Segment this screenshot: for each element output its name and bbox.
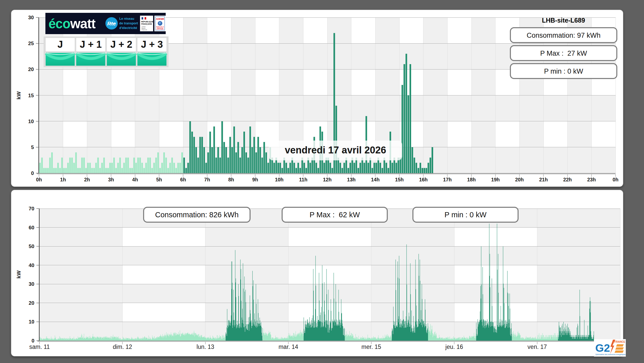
svg-text:Le réseau: Le réseau [119,17,134,21]
svg-text:FRANCE: FRANCE [615,340,625,343]
svg-text:25: 25 [28,41,34,46]
svg-text:17h: 17h [443,177,452,182]
svg-text:P Max : 27 kW: P Max : 27 kW [540,50,587,57]
svg-text:15: 15 [28,93,34,98]
svg-text:19h: 19h [491,177,500,182]
svg-text:Consommation: 826 kWh: Consommation: 826 kWh [155,211,239,219]
svg-text:ADEME: ADEME [156,18,164,20]
svg-text:5: 5 [31,144,34,150]
svg-text:6h: 6h [180,177,186,182]
svg-text:2h: 2h [84,177,90,182]
svg-text:23h: 23h [587,177,596,182]
svg-text:jeu. 16: jeu. 16 [445,344,463,350]
svg-text:60: 60 [29,225,34,230]
svg-text:RÉPUBLIQUE: RÉPUBLIQUE [141,21,153,23]
svg-text:Optimisation des ressources én: Optimisation des ressources énergétiques [595,354,626,356]
svg-text:8h: 8h [228,177,234,182]
svg-text:mar. 14: mar. 14 [279,344,298,350]
svg-text:3h: 3h [108,177,114,182]
svg-text:30: 30 [29,281,34,287]
svg-text:J: J [57,39,63,50]
svg-text:7h: 7h [204,177,210,182]
svg-text:ÉCOLOGIQUE: ÉCOLOGIQUE [156,28,163,30]
svg-text:de transport: de transport [119,22,138,25]
svg-text:P min : 0 kW: P min : 0 kW [444,211,487,219]
svg-text:J + 2: J + 2 [110,39,132,50]
svg-text:16h: 16h [419,177,428,182]
svg-text:mer. 15: mer. 15 [361,344,381,350]
svg-text:0h: 0h [36,177,42,182]
svg-text:0h: 0h [613,177,619,182]
svg-text:22h: 22h [563,177,572,182]
svg-text:18h: 18h [467,177,476,182]
svg-text:d’électricité: d’électricité [119,26,137,30]
svg-text:9h: 9h [252,177,258,182]
svg-text:P Max : 62 kW: P Max : 62 kW [310,211,360,219]
svg-text:30: 30 [28,15,34,20]
svg-text:40: 40 [29,262,34,268]
svg-text:4h: 4h [132,177,138,182]
svg-text:Fraternité: Fraternité [142,29,147,31]
svg-text:Consommation: 97 kWh: Consommation: 97 kWh [527,32,600,39]
svg-text:21h: 21h [539,177,548,182]
svg-text:kW: kW [16,91,22,100]
svg-text:écowatt: écowatt [48,16,96,31]
svg-text:15h: 15h [395,177,404,182]
svg-text:sam. 11: sam. 11 [29,344,50,350]
svg-text:kW: kW [16,270,22,279]
svg-text:14h: 14h [371,177,380,182]
svg-text:10: 10 [28,119,34,124]
svg-text:20h: 20h [515,177,524,182]
svg-text:vendredi 17 avril 2026: vendredi 17 avril 2026 [285,145,386,155]
svg-text:10h: 10h [275,177,284,182]
svg-text:12h: 12h [323,177,332,182]
svg-text:70: 70 [29,206,34,211]
svg-text:20: 20 [29,300,34,306]
svg-text:ven. 17: ven. 17 [528,344,547,350]
svg-text:J + 3: J + 3 [141,39,163,50]
svg-text:FRANÇAISE: FRANÇAISE [141,23,152,25]
svg-text:10: 10 [29,319,34,325]
svg-text:20: 20 [28,66,34,72]
svg-text:P min : 0 kW: P min : 0 kW [544,67,583,75]
svg-text:dim. 12: dim. 12 [113,344,132,350]
svg-text:G2: G2 [595,342,610,354]
svg-text:1h: 1h [60,177,66,182]
svg-text:0: 0 [32,338,34,344]
svg-text:lun. 13: lun. 13 [196,344,214,350]
svg-text:5h: 5h [156,177,162,182]
svg-text:11h: 11h [299,177,308,182]
svg-text:LHB-site-L689: LHB-site-L689 [542,17,585,24]
svg-text:J + 1: J + 1 [80,39,102,50]
svg-text:0: 0 [31,170,34,176]
svg-text:50: 50 [29,243,34,249]
svg-text:13h: 13h [347,177,356,182]
